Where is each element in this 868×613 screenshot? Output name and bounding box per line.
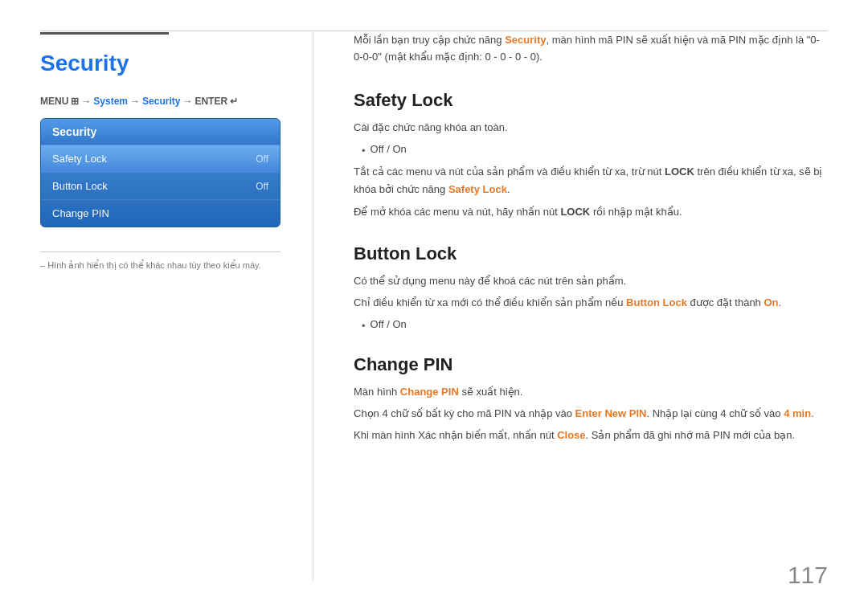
breadcrumb: MENU ⊞ → System → Security → ENTER ↵ [40, 96, 280, 107]
change-pin-desc3: Khi màn hình Xác nhận biến mất, nhấn nút… [354, 427, 828, 444]
top-rule [40, 31, 828, 31]
lock-keyword: LOCK [665, 166, 694, 178]
menu-item-safety-lock[interactable]: Safety Lock Off [41, 145, 280, 172]
breadcrumb-menu: MENU [40, 96, 68, 107]
breadcrumb-enter: ENTER [194, 96, 227, 107]
top-divider [40, 32, 169, 35]
button-lock-section: Button Lock Có thể sử dụng menu này để k… [354, 243, 828, 332]
breadcrumb-arrow1: → [81, 96, 91, 107]
menu-item-change-pin-label: Change PIN [52, 207, 109, 219]
breadcrumb-system: System [93, 96, 128, 107]
breadcrumb-arrow3: → [182, 96, 192, 107]
change-pin-desc2: Chọn 4 chữ số bất kỳ cho mã PIN và nhập … [354, 405, 828, 423]
on-keyword: On [764, 296, 778, 309]
safety-lock-desc2: Tắt cả các menu và nút của sản phẩm và đ… [354, 163, 828, 198]
change-pin-keyword: Change PIN [400, 386, 459, 398]
menu-box-header: Security [41, 119, 280, 145]
button-lock-option: Off / On [371, 318, 407, 330]
menu-item-safety-lock-value: Off [256, 153, 268, 165]
4min-keyword: 4 min [784, 407, 811, 419]
footnote: – Hình ảnh hiển thị có thể khác nhau tùy… [40, 251, 280, 271]
safety-lock-desc3: Để mở khóa các menu và nút, hãy nhấn nút… [354, 203, 828, 221]
safety-lock-bullet: • Off / On [362, 143, 828, 157]
bullet-dot2: • [362, 320, 366, 332]
bullet-dot: • [362, 145, 366, 157]
safety-lock-section: Safety Lock Cài đặc chức năng khóa an to… [354, 90, 828, 221]
change-pin-title: Change PIN [354, 354, 828, 375]
button-lock-desc1: Có thể sử dụng menu này để khoá các nút … [354, 272, 828, 290]
button-lock-desc2: Chỉ điều khiển từ xa mới có thể điều khi… [354, 294, 828, 312]
close-keyword: Close [557, 429, 585, 441]
safety-lock-option: Off / On [371, 143, 407, 155]
intro-highlight: Security [505, 34, 546, 46]
right-column: Mỗi lần bạn truy cập chức năng Security,… [354, 32, 828, 581]
intro-text: Mỗi lần bạn truy cập chức năng Security,… [354, 32, 828, 66]
menu-item-change-pin[interactable]: Change PIN [41, 199, 280, 227]
change-pin-section: Change PIN Màn hình Change PIN sẽ xuất h… [354, 354, 828, 444]
breadcrumb-security: Security [142, 96, 180, 107]
safety-lock-title: Safety Lock [354, 90, 828, 111]
section-title: Security [40, 51, 280, 76]
button-lock-bullet: • Off / On [362, 318, 828, 332]
button-lock-title: Button Lock [354, 243, 828, 264]
safety-lock-keyword: Safety Lock [448, 183, 507, 195]
menu-item-button-lock[interactable]: Button Lock Off [41, 172, 280, 199]
change-pin-desc1: Màn hình Change PIN sẽ xuất hiện. [354, 383, 828, 401]
menu-item-button-lock-value: Off [256, 181, 268, 192]
button-lock-keyword: Button Lock [626, 296, 687, 309]
lock-keyword2: LOCK [560, 206, 590, 218]
menu-box: Security Safety Lock Off Button Lock Off… [40, 118, 280, 227]
safety-lock-desc1: Cài đặc chức năng khóa an toàn. [354, 119, 828, 137]
enter-new-pin-keyword: Enter New PIN [575, 407, 647, 419]
menu-item-safety-lock-label: Safety Lock [52, 153, 107, 165]
page-number: 117 [788, 562, 828, 589]
breadcrumb-arrow2: → [130, 96, 140, 107]
left-column: Security MENU ⊞ → System → Security → EN… [40, 32, 313, 581]
breadcrumb-enter-icon: ↵ [230, 96, 238, 107]
menu-item-button-lock-label: Button Lock [52, 180, 108, 192]
breadcrumb-menu-icon: ⊞ [71, 96, 79, 107]
